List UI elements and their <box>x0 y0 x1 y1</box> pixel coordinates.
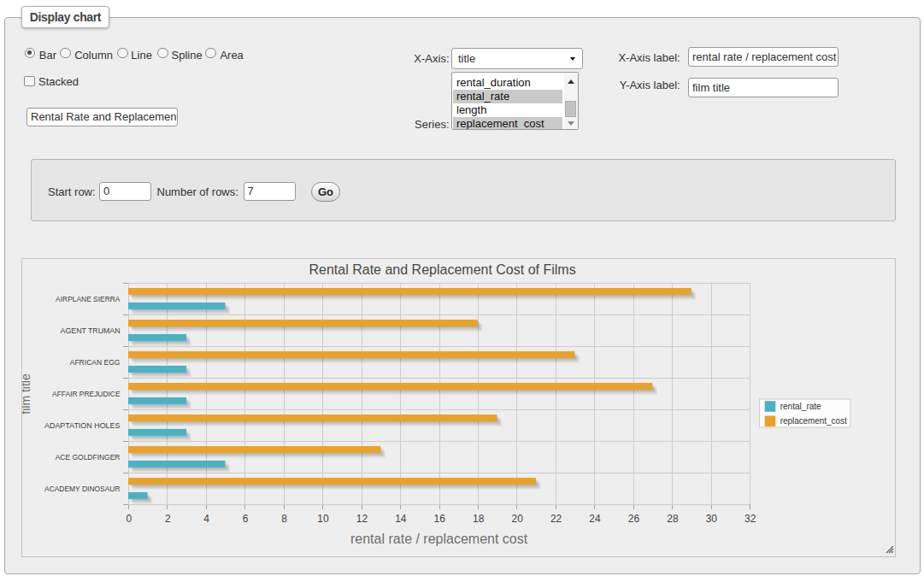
svg-text:32: 32 <box>744 513 756 525</box>
svg-text:AFRICAN EGG: AFRICAN EGG <box>70 358 121 367</box>
svg-text:AGENT TRUMAN: AGENT TRUMAN <box>61 326 121 335</box>
svg-text:26: 26 <box>628 513 640 525</box>
svg-text:AFFAIR PREJUDICE: AFFAIR PREJUDICE <box>52 390 120 398</box>
svg-text:film title: film title <box>22 373 32 414</box>
svg-text:30: 30 <box>706 513 718 525</box>
svg-text:ACE GOLDFINGER: ACE GOLDFINGER <box>56 453 121 461</box>
svg-text:28: 28 <box>667 513 679 525</box>
svg-text:12: 12 <box>356 513 368 525</box>
svg-text:4: 4 <box>203 513 209 525</box>
svg-text:6: 6 <box>243 513 249 525</box>
svg-text:0: 0 <box>126 513 132 525</box>
svg-text:10: 10 <box>317 513 329 525</box>
svg-text:ADAPTATION HOLES: ADAPTATION HOLES <box>44 421 121 430</box>
svg-text:8: 8 <box>281 513 287 525</box>
svg-text:20: 20 <box>511 513 523 525</box>
svg-text:14: 14 <box>395 513 407 525</box>
svg-text:rental rate / replacement cost: rental rate / replacement cost <box>350 532 528 546</box>
svg-text:replacement_cost: replacement_cost <box>780 415 847 426</box>
svg-text:ACADEMY DINOSAUR: ACADEMY DINOSAUR <box>44 485 121 493</box>
svg-text:rental_rate: rental_rate <box>780 401 821 411</box>
svg-text:18: 18 <box>473 513 485 525</box>
svg-text:Rental Rate and Replacement Co: Rental Rate and Replacement Cost of Film… <box>309 262 576 277</box>
svg-text:2: 2 <box>165 513 171 525</box>
svg-text:AIRPLANE SIERRA: AIRPLANE SIERRA <box>56 295 120 303</box>
svg-text:24: 24 <box>589 513 601 525</box>
svg-text:16: 16 <box>434 513 446 525</box>
svg-text:22: 22 <box>550 513 562 525</box>
